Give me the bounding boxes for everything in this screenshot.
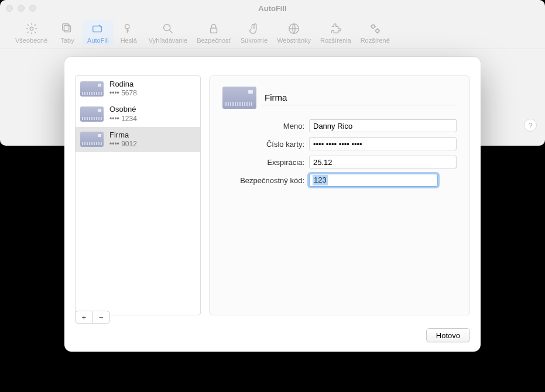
svg-point-8 bbox=[371, 25, 375, 29]
search-icon bbox=[162, 22, 174, 35]
window-controls bbox=[6, 5, 36, 12]
security-code-value: 123 bbox=[313, 175, 328, 185]
toolbar-item-privacy[interactable]: Súkromie bbox=[236, 20, 272, 45]
svg-rect-2 bbox=[63, 24, 69, 30]
done-button[interactable]: Hotovo bbox=[426, 328, 470, 342]
add-remove-segmented: + − bbox=[75, 311, 110, 324]
credit-card-icon bbox=[80, 106, 104, 122]
card-masked-number: •••• 1234 bbox=[109, 115, 137, 123]
toolbar-label: Súkromie bbox=[241, 37, 268, 44]
card-row[interactable]: Rodina •••• 5678 bbox=[76, 76, 200, 101]
svg-point-4 bbox=[125, 25, 129, 29]
cvv-label: Bezpečnostný kód: bbox=[222, 176, 304, 185]
credit-card-icon bbox=[80, 132, 104, 147]
gear-icon bbox=[25, 22, 38, 35]
credit-card-icon bbox=[222, 87, 256, 109]
remove-card-button[interactable]: − bbox=[93, 311, 110, 323]
toolbar-item-tabs[interactable]: Taby bbox=[52, 20, 83, 45]
toolbar-label: Všeobecné bbox=[15, 37, 47, 44]
credit-card-icon bbox=[80, 81, 104, 97]
toolbar-label: Heslá bbox=[121, 37, 137, 44]
toolbar-item-extensions[interactable]: Rozšírenia bbox=[316, 20, 356, 45]
titlebar: AutoFill bbox=[0, 0, 545, 16]
number-label: Číslo karty: bbox=[222, 140, 304, 149]
gears-icon bbox=[369, 22, 382, 35]
close-window-button[interactable] bbox=[6, 5, 13, 12]
svg-point-5 bbox=[164, 25, 170, 31]
tabs-icon bbox=[61, 22, 74, 35]
toolbar-item-search[interactable]: Vyhľadávanie bbox=[144, 20, 192, 45]
card-name: Osobné bbox=[109, 105, 137, 114]
toolbar-label: Rozšírenia bbox=[320, 37, 351, 44]
toolbar-item-autofill[interactable]: AutoFill bbox=[83, 20, 114, 45]
svg-rect-6 bbox=[211, 28, 217, 33]
globe-icon bbox=[287, 22, 300, 35]
toolbar-label: Rozšírené bbox=[361, 37, 390, 44]
autofill-cards-sheet: Rodina •••• 5678 Osobné •••• 1234 Firma … bbox=[64, 57, 481, 352]
toolbar-label: Vyhľadávanie bbox=[149, 37, 187, 44]
card-detail-panel: Meno: Číslo karty: Exspirácia: Bezpečnos… bbox=[209, 75, 470, 315]
security-code-field[interactable] bbox=[309, 174, 438, 187]
window-title: AutoFill bbox=[0, 4, 545, 13]
expiry-label: Exspirácia: bbox=[222, 158, 304, 167]
zoom-window-button[interactable] bbox=[29, 5, 36, 12]
toolbar-item-security[interactable]: Bezpečnosť bbox=[192, 20, 236, 45]
toolbar-label: Taby bbox=[60, 37, 74, 44]
card-name: Firma bbox=[109, 130, 137, 140]
card-name: Rodina bbox=[109, 80, 137, 89]
toolbar-item-websites[interactable]: Webstránky bbox=[272, 20, 316, 45]
card-description-field[interactable] bbox=[262, 90, 457, 105]
add-card-button[interactable]: + bbox=[76, 311, 93, 323]
svg-point-9 bbox=[376, 29, 379, 32]
key-icon bbox=[122, 22, 135, 35]
pencil-card-icon bbox=[91, 22, 104, 35]
toolbar-item-passwords[interactable]: Heslá bbox=[114, 20, 144, 45]
help-button[interactable]: ? bbox=[524, 119, 537, 132]
card-number-field[interactable] bbox=[309, 137, 457, 150]
name-label: Meno: bbox=[222, 122, 304, 130]
cardholder-name-field[interactable] bbox=[309, 119, 457, 132]
minimize-window-button[interactable] bbox=[18, 5, 25, 12]
prefs-toolbar: Všeobecné Taby AutoFill Heslá Vyhľadávan… bbox=[0, 16, 545, 49]
card-row[interactable]: Osobné •••• 1234 bbox=[76, 101, 200, 126]
toolbar-label: Webstránky bbox=[277, 37, 311, 44]
svg-rect-1 bbox=[64, 26, 71, 32]
card-masked-number: •••• 5678 bbox=[109, 89, 137, 98]
toolbar-label: Bezpečnosť bbox=[197, 37, 231, 44]
toolbar-item-advanced[interactable]: Rozšírené bbox=[356, 20, 395, 45]
hand-icon bbox=[248, 22, 260, 35]
credit-card-list[interactable]: Rodina •••• 5678 Osobné •••• 1234 Firma … bbox=[75, 75, 201, 315]
toolbar-label: AutoFill bbox=[87, 37, 109, 44]
puzzle-icon bbox=[329, 22, 342, 35]
card-masked-number: •••• 9012 bbox=[109, 140, 137, 149]
expiry-field[interactable] bbox=[309, 156, 457, 169]
card-row[interactable]: Firma •••• 9012 bbox=[76, 127, 200, 152]
lock-icon bbox=[207, 22, 220, 35]
svg-point-0 bbox=[30, 27, 33, 30]
toolbar-item-general[interactable]: Všeobecné bbox=[11, 20, 52, 45]
